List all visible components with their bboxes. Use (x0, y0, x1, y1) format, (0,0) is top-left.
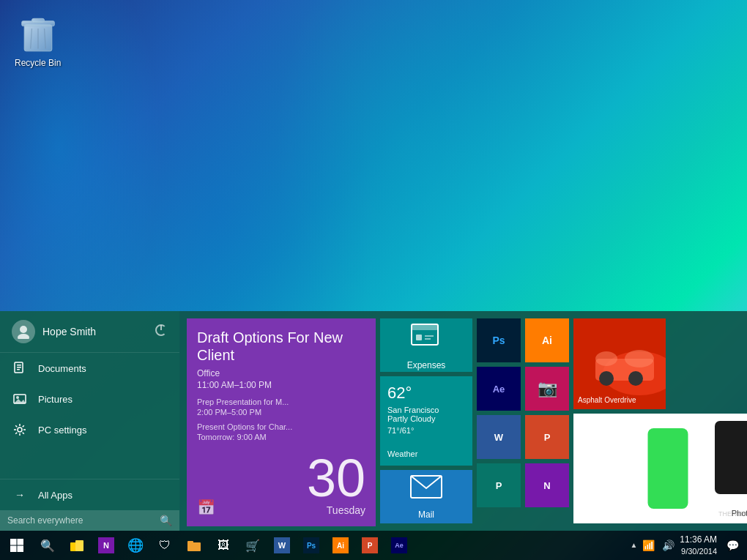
settings-icon (12, 422, 28, 438)
svg-rect-2 (31, 18, 44, 22)
recycle-bin[interactable]: Recycle Bin (15, 11, 61, 68)
tile-weather[interactable]: 62° San Francisco Partly Cloudy 71°/61° … (380, 376, 472, 466)
power-button[interactable] (155, 324, 168, 340)
office-row-2: P N (477, 463, 569, 507)
expenses-label: Expenses (407, 360, 446, 370)
svg-point-6 (20, 326, 27, 333)
mail-icon (410, 474, 442, 505)
tile-mail[interactable]: Mail (380, 470, 472, 523)
svg-rect-33 (10, 546, 17, 553)
taskbar-explorer[interactable] (62, 531, 92, 560)
menu-item-pictures[interactable]: Pictures (0, 384, 179, 414)
tile-expenses[interactable]: Expenses (380, 318, 472, 372)
taskbar-ppt[interactable]: P (355, 531, 384, 560)
watermark: THE VERGE (718, 510, 747, 518)
svg-marker-16 (14, 399, 26, 403)
tile-illustrator[interactable]: Ai (525, 318, 569, 362)
svg-rect-20 (416, 335, 422, 340)
clock[interactable]: 11:36 AM 9/30/2014 (680, 534, 721, 556)
calendar-event2-time: 2:00 PM–5:00 PM (197, 408, 365, 417)
calendar-event-type: Office (197, 368, 365, 378)
taskbar-ps[interactable]: Ps (297, 531, 326, 560)
taskbar-search[interactable]: 🔍 (33, 531, 62, 560)
documents-label: Documents (38, 363, 86, 374)
svg-rect-38 (187, 541, 193, 545)
weather-label: Weather (387, 449, 465, 458)
tile-publisher[interactable]: P (477, 463, 521, 507)
start-button[interactable] (0, 531, 33, 560)
photos-taskbar-icon: 🖼 (218, 539, 229, 552)
search-icon[interactable]: 🔍 (160, 515, 172, 526)
tile-word[interactable]: W (477, 415, 521, 459)
calendar-event3: Present Options for Char... (197, 422, 365, 431)
tile-camera[interactable]: 📷 (525, 367, 569, 411)
taskbar-security[interactable]: 🛡 (150, 531, 179, 560)
svg-rect-13 (17, 369, 20, 370)
clock-date: 9/30/2014 (680, 546, 717, 556)
expenses-icon (410, 320, 442, 356)
volume-icon[interactable]: 🔊 (660, 540, 677, 551)
tile-onenote[interactable]: N (525, 463, 569, 507)
svg-rect-36 (75, 540, 83, 551)
weather-temp: 62° (387, 384, 465, 403)
tray-overflow-arrow[interactable]: ▲ (630, 541, 637, 549)
weather-range: 71°/61° (387, 426, 465, 435)
notifications-icon[interactable]: 💬 (724, 540, 741, 551)
system-tray: ▲ 📶 🔊 11:36 AM 9/30/2014 💬 (630, 534, 747, 556)
documents-icon (12, 360, 28, 376)
onenote-taskbar-icon: N (98, 537, 114, 553)
adobe-row-2: Ae 📷 (477, 367, 569, 411)
ppt-taskbar-icon: P (362, 537, 378, 553)
tile-aftereffects[interactable]: Ae (477, 367, 521, 411)
calendar-event-time: 11:00 AM–1:00 PM (197, 380, 365, 390)
taskbar-folder[interactable] (179, 531, 209, 560)
tile-powerpoint[interactable]: P (525, 415, 569, 459)
pictures-icon (12, 391, 28, 407)
tiles-column-4: Asphalt Overdrive Photos THE VERGE (573, 318, 747, 523)
adobe-row-1: Ps Ai (477, 318, 569, 362)
tile-photoshop[interactable]: Ps (477, 318, 521, 362)
mail-svg (410, 475, 442, 499)
weather-condition: Partly Cloudy (387, 414, 465, 423)
office-row-1: W P (477, 415, 569, 459)
recycle-bin-icon (16, 11, 60, 55)
user-info: Hope Smith (12, 320, 96, 343)
svg-point-17 (18, 428, 22, 432)
clock-time: 11:36 AM (680, 534, 717, 546)
asphalt-label: Asphalt Overdrive (578, 396, 636, 405)
menu-item-all-apps[interactable]: → All Apps (0, 479, 179, 510)
taskbar-ae[interactable]: Ae (384, 531, 414, 560)
svg-point-27 (595, 351, 617, 366)
calendar-date-number: 30 (307, 452, 365, 504)
taskbar-ai[interactable]: Ai (326, 531, 355, 560)
tile-photos[interactable]: Photos THE VERGE (573, 414, 747, 523)
pictures-label: Pictures (38, 394, 73, 405)
recycle-bin-label: Recycle Bin (15, 58, 61, 68)
svg-rect-11 (17, 365, 21, 366)
calendar-event2: Prep Presentation for M... (197, 397, 365, 406)
taskbar-store[interactable]: 🛒 (238, 531, 267, 560)
search-input[interactable] (7, 515, 154, 526)
mail-label: Mail (418, 509, 434, 520)
menu-item-settings[interactable]: PC settings (0, 414, 179, 445)
ai-taskbar-icon: Ai (332, 537, 349, 553)
svg-rect-19 (412, 324, 438, 330)
taskbar-onenote[interactable]: N (92, 531, 121, 560)
tile-calendar[interactable]: Draft Options For New Client Office 11:0… (187, 318, 376, 526)
svg-rect-34 (17, 546, 23, 553)
start-menu: Hope Smith Documents (0, 311, 747, 531)
svg-point-29 (599, 371, 614, 386)
taskbar-ie[interactable]: 🌐 (121, 531, 150, 560)
folder-icon (187, 538, 201, 553)
menu-item-documents[interactable]: Documents (0, 353, 179, 384)
taskbar-word[interactable]: W (267, 531, 297, 560)
expenses-svg (410, 320, 442, 349)
taskbar-photos[interactable]: 🖼 (209, 531, 238, 560)
ae-taskbar-icon: Ae (391, 537, 407, 553)
network-icon[interactable]: 📶 (640, 540, 657, 551)
calendar-icon: 📅 (197, 499, 215, 516)
user-name-label: Hope Smith (42, 326, 96, 337)
phone-image (648, 428, 688, 509)
tile-asphalt[interactable]: Asphalt Overdrive (573, 318, 666, 409)
svg-point-7 (18, 334, 29, 339)
